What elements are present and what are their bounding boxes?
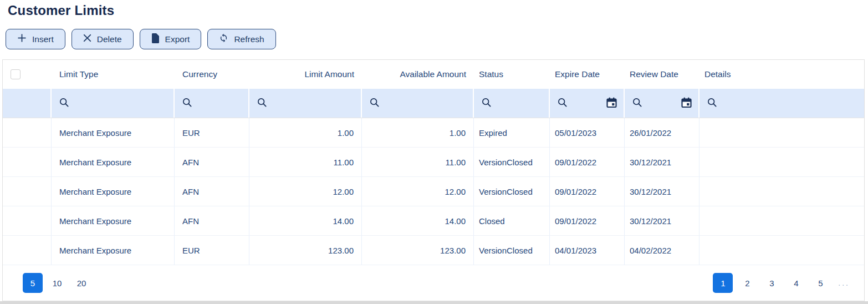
- search-icon: [370, 98, 379, 109]
- table-row[interactable]: Merchant Exposure AFN 11.00 11.00 Versio…: [3, 148, 864, 177]
- table-header-row: Limit Type Currency Limit Amount Availab…: [3, 60, 864, 89]
- filter-limit-amount[interactable]: [249, 89, 362, 118]
- customer-limits-table: Limit Type Currency Limit Amount Availab…: [2, 59, 865, 301]
- cell-limit-amount: 123.00: [249, 236, 362, 265]
- filter-review-date[interactable]: [625, 89, 699, 118]
- filter-cell-checkbox: [3, 89, 52, 118]
- page-button-2[interactable]: 2: [737, 273, 757, 293]
- row-checkbox-cell[interactable]: [3, 206, 52, 236]
- cell-expire-date: 05/01/2023: [550, 118, 625, 148]
- page-navigator: 1 2 3 4 5 ...: [713, 273, 850, 293]
- filter-available-amount[interactable]: [362, 89, 474, 118]
- filter-status[interactable]: [474, 89, 550, 118]
- header-currency[interactable]: Currency: [175, 60, 249, 89]
- delete-button[interactable]: Delete: [72, 29, 134, 49]
- horizontal-scrollbar[interactable]: [0, 301, 868, 304]
- cell-limit-type: Merchant Exposure: [52, 177, 175, 206]
- cell-review-date: 30/12/2021: [625, 148, 699, 177]
- cell-expire-date: 09/01/2022: [550, 177, 625, 206]
- cell-status: VersionClosed: [474, 236, 550, 265]
- table-row[interactable]: Merchant Exposure AFN 14.00 14.00 Closed…: [3, 206, 864, 236]
- row-checkbox-cell[interactable]: [3, 177, 52, 206]
- refresh-icon: [219, 33, 228, 45]
- search-icon: [558, 98, 567, 109]
- header-status[interactable]: Status: [474, 60, 550, 89]
- header-limit-type[interactable]: Limit Type: [52, 60, 175, 89]
- calendar-icon[interactable]: [681, 97, 692, 110]
- cell-currency: EUR: [175, 236, 249, 265]
- cell-available-amount: 1.00: [362, 118, 474, 148]
- cell-expire-date: 09/01/2022: [550, 148, 625, 177]
- filter-currency[interactable]: [175, 89, 249, 118]
- cell-currency: EUR: [175, 118, 249, 148]
- refresh-button[interactable]: Refresh: [207, 29, 275, 49]
- header-review-date[interactable]: Review Date: [625, 60, 699, 89]
- export-button-label: Export: [165, 34, 190, 44]
- table-filter-row: [3, 89, 864, 118]
- cell-limit-amount: 12.00: [249, 177, 362, 206]
- cell-available-amount: 11.00: [362, 148, 474, 177]
- cell-currency: AFN: [175, 206, 249, 236]
- select-all-checkbox[interactable]: [11, 69, 21, 79]
- cell-review-date: 04/02/2022: [625, 236, 699, 265]
- cell-status: VersionClosed: [474, 177, 550, 206]
- row-checkbox-cell[interactable]: [3, 236, 52, 265]
- cell-limit-type: Merchant Exposure: [52, 236, 175, 265]
- row-checkbox-cell[interactable]: [3, 148, 52, 177]
- filter-limit-type[interactable]: [52, 89, 175, 118]
- page-button-1[interactable]: 1: [713, 273, 733, 293]
- cell-limit-amount: 1.00: [249, 118, 362, 148]
- page-size-5[interactable]: 5: [23, 273, 43, 293]
- cell-limit-amount: 11.00: [249, 148, 362, 177]
- cell-details: [699, 177, 864, 206]
- cell-review-date: 26/01/2022: [625, 118, 699, 148]
- refresh-button-label: Refresh: [234, 34, 264, 44]
- cell-available-amount: 12.00: [362, 177, 474, 206]
- header-limit-amount[interactable]: Limit Amount: [249, 60, 362, 89]
- table-row[interactable]: Merchant Exposure AFN 12.00 12.00 Versio…: [3, 177, 864, 206]
- header-details[interactable]: Details: [699, 60, 864, 89]
- x-icon: [83, 34, 91, 44]
- page-button-3[interactable]: 3: [762, 273, 782, 293]
- cell-limit-type: Merchant Exposure: [52, 118, 175, 148]
- row-checkbox-cell[interactable]: [3, 118, 52, 148]
- page-ellipsis[interactable]: ...: [835, 278, 850, 287]
- search-icon: [257, 98, 267, 109]
- cell-details: [699, 148, 864, 177]
- table-row[interactable]: Merchant Exposure EUR 1.00 1.00 Expired …: [3, 118, 864, 148]
- toolbar: Insert Delete Export Refresh: [6, 29, 276, 49]
- page-size-10[interactable]: 10: [47, 273, 67, 293]
- header-cell-checkbox: [3, 60, 52, 89]
- cell-currency: AFN: [175, 148, 249, 177]
- table-row[interactable]: Merchant Exposure EUR 123.00 123.00 Vers…: [3, 236, 864, 265]
- insert-button-label: Insert: [32, 34, 54, 44]
- cell-status: Expired: [474, 118, 550, 148]
- cell-status: VersionClosed: [474, 148, 550, 177]
- cell-expire-date: 09/01/2022: [550, 206, 625, 236]
- table-footer: 5 10 20 1 2 3 4 5 ...: [3, 265, 864, 301]
- page-size-20[interactable]: 20: [72, 273, 91, 293]
- cell-details: [699, 206, 864, 236]
- cell-limit-amount: 14.00: [249, 206, 362, 236]
- filter-details[interactable]: [699, 89, 864, 118]
- calendar-icon[interactable]: [606, 97, 617, 110]
- insert-button[interactable]: Insert: [6, 29, 65, 49]
- search-icon: [707, 98, 717, 109]
- page-size-selector: 5 10 20: [23, 273, 91, 293]
- page-button-5[interactable]: 5: [810, 273, 830, 293]
- cell-limit-type: Merchant Exposure: [52, 148, 175, 177]
- cell-available-amount: 14.00: [362, 206, 474, 236]
- cell-details: [699, 118, 864, 148]
- page-title: Customer Limits: [8, 3, 114, 18]
- plus-icon: [17, 33, 27, 45]
- filter-expire-date[interactable]: [550, 89, 625, 118]
- search-icon: [182, 98, 192, 109]
- header-expire-date[interactable]: Expire Date: [550, 60, 625, 89]
- cell-available-amount: 123.00: [362, 236, 474, 265]
- delete-button-label: Delete: [97, 34, 122, 44]
- document-icon: [151, 33, 160, 45]
- page-button-4[interactable]: 4: [786, 273, 806, 293]
- export-button[interactable]: Export: [140, 29, 202, 49]
- cell-status: Closed: [474, 206, 550, 236]
- header-available-amount[interactable]: Available Amount: [362, 60, 474, 89]
